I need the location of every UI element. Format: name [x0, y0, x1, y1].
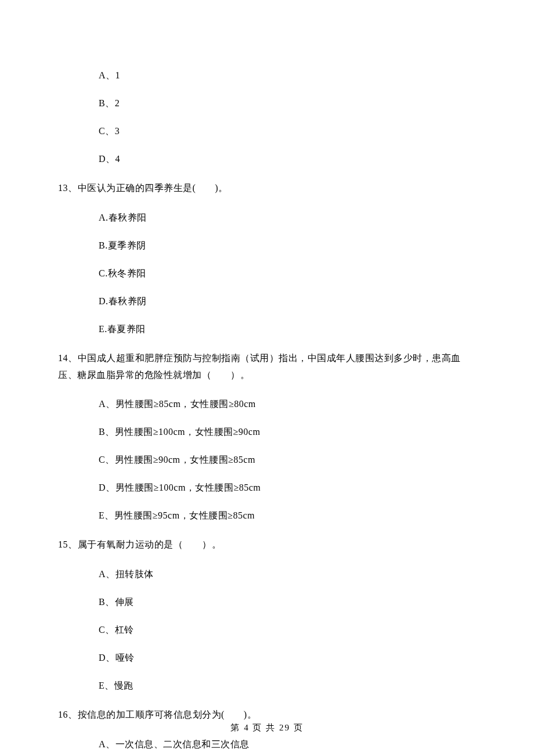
option-text: D、哑铃 [58, 651, 476, 665]
option-text: C、3 [58, 124, 476, 138]
option-text: A、一次信息、二次信息和三次信息 [58, 737, 476, 751]
option-text: B、伸展 [58, 595, 476, 609]
option-text: E、男性腰围≥95cm，女性腰围≥85cm [58, 509, 476, 523]
option-text: A、男性腰围≥85cm，女性腰围≥80cm [58, 397, 476, 411]
option-text: A、扭转肢体 [58, 567, 476, 581]
option-text: A.春秋养阳 [58, 211, 476, 225]
option-text: B、2 [58, 96, 476, 110]
option-text: D、男性腰围≥100cm，女性腰围≥85cm [58, 481, 476, 495]
option-text: C、男性腰围≥90cm，女性腰围≥85cm [58, 453, 476, 467]
option-text: C.秋冬养阳 [58, 267, 476, 280]
option-text: A、1 [58, 69, 476, 82]
question-text: 15、属于有氧耐力运动的是（ ）。 [58, 537, 476, 553]
option-text: C、杠铃 [58, 623, 476, 637]
question-text: 13、中医认为正确的四季养生是( )。 [58, 180, 476, 197]
option-text: B、男性腰围≥100cm，女性腰围≥90cm [58, 425, 476, 439]
option-text: E、慢跑 [58, 679, 476, 693]
option-text: E.春夏养阳 [58, 322, 476, 336]
option-text: D、4 [58, 152, 476, 166]
question-text: 14、中国成人超重和肥胖症预防与控制指南（试用）指出，中国成年人腰围达到多少时，… [58, 350, 476, 384]
page-content: A、1 B、2 C、3 D、4 13、中医认为正确的四季养生是( )。 A.春秋… [0, 0, 534, 751]
option-text: B.夏季养阴 [58, 239, 476, 253]
page-footer: 第 4 页 共 29 页 [0, 721, 534, 735]
option-text: D.春秋养阴 [58, 294, 476, 308]
